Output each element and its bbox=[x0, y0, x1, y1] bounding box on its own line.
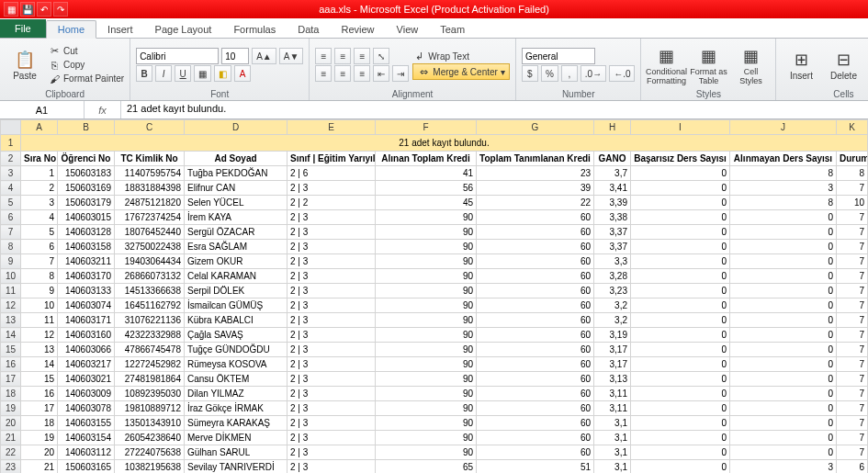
cell[interactable]: 90 bbox=[376, 387, 477, 401]
cell[interactable]: 3,39 bbox=[594, 196, 631, 210]
grid[interactable]: A B C D E F G H I J K 121 adet kayıt bul… bbox=[0, 119, 868, 473]
cell[interactable]: 140603170 bbox=[58, 269, 115, 284]
cell[interactable]: 39 bbox=[477, 181, 594, 196]
col-header[interactable]: D bbox=[185, 120, 287, 135]
tab-file[interactable]: File bbox=[0, 19, 46, 38]
merge-center-button[interactable]: ⇔Merge & Center ▾ bbox=[412, 63, 510, 80]
cell[interactable]: 90 bbox=[376, 284, 477, 298]
cell[interactable]: 7 bbox=[837, 284, 868, 298]
accounting-button[interactable]: $ bbox=[522, 65, 538, 82]
format-as-table-button[interactable]: ▦Format as Table bbox=[689, 40, 727, 89]
merged-title-cell[interactable]: 21 adet kayıt bulundu. bbox=[21, 135, 868, 152]
cell[interactable]: Serpil DÖLEK bbox=[185, 284, 287, 298]
cell[interactable]: İraz Gökçe İRMAK bbox=[185, 401, 287, 416]
row-header[interactable]: 23 bbox=[1, 460, 21, 474]
cell[interactable]: 90 bbox=[376, 313, 477, 328]
cell[interactable]: 140603078 bbox=[58, 401, 115, 416]
cell[interactable]: 10892395030 bbox=[115, 387, 185, 401]
wrap-text-button[interactable]: ↲Wrap Text bbox=[412, 50, 510, 62]
cell[interactable]: 17 bbox=[21, 401, 58, 416]
header-cell[interactable]: Sıra No bbox=[21, 152, 58, 166]
cell[interactable]: 13501343910 bbox=[115, 416, 185, 431]
copy-button[interactable]: ⎘Copy bbox=[48, 59, 124, 72]
cell[interactable]: 7 bbox=[837, 313, 868, 328]
cell[interactable]: 4 bbox=[21, 210, 58, 225]
col-header[interactable]: H bbox=[594, 120, 631, 135]
cell[interactable]: 0 bbox=[631, 328, 730, 343]
table-row[interactable]: 171514060302127481981864Cansu ÖKTEM2 | 3… bbox=[1, 372, 868, 387]
delete-cells-button[interactable]: ⊟Delete bbox=[824, 40, 862, 89]
col-header[interactable]: A bbox=[21, 120, 58, 135]
cell[interactable]: 60 bbox=[477, 401, 594, 416]
cell[interactable]: 60 bbox=[477, 357, 594, 372]
cell[interactable]: 2 | 3 bbox=[287, 210, 376, 225]
comma-button[interactable]: , bbox=[561, 65, 578, 82]
row-header[interactable]: 20 bbox=[1, 416, 21, 431]
table-row[interactable]: 211914060315426054238640Merve DİKMEN2 | … bbox=[1, 431, 868, 445]
cell[interactable]: 0 bbox=[730, 284, 837, 298]
cell[interactable]: 0 bbox=[730, 269, 837, 284]
cell[interactable]: Tuğçe GÜNDOĞDU bbox=[185, 343, 287, 357]
cell[interactable]: 0 bbox=[631, 210, 730, 225]
col-header[interactable]: C bbox=[115, 120, 185, 135]
cell[interactable]: 12 bbox=[21, 328, 58, 343]
cell[interactable]: 2 | 3 bbox=[287, 254, 376, 269]
cell[interactable]: 3,1 bbox=[594, 460, 631, 474]
cell[interactable]: 7 bbox=[21, 254, 58, 269]
cell[interactable]: 2 | 3 bbox=[287, 372, 376, 387]
cell[interactable]: 0 bbox=[730, 254, 837, 269]
cell[interactable]: 0 bbox=[730, 298, 837, 313]
cell[interactable]: 0 bbox=[631, 166, 730, 181]
cell[interactable]: 2 bbox=[21, 181, 58, 196]
tab-home[interactable]: Home bbox=[46, 20, 96, 39]
cell[interactable]: 60 bbox=[477, 387, 594, 401]
cell[interactable]: 2 | 3 bbox=[287, 313, 376, 328]
cell[interactable]: 0 bbox=[631, 225, 730, 240]
cell[interactable]: 0 bbox=[631, 460, 730, 474]
cell[interactable]: 0 bbox=[730, 328, 837, 343]
tab-team[interactable]: Team bbox=[429, 21, 476, 38]
cell[interactable]: 140603128 bbox=[58, 225, 115, 240]
cell[interactable]: 14 bbox=[21, 357, 58, 372]
cell[interactable]: 3,2 bbox=[594, 313, 631, 328]
cell[interactable]: Merve DİKMEN bbox=[185, 431, 287, 445]
decrease-decimal-button[interactable]: ←.0 bbox=[609, 65, 635, 82]
cell[interactable]: 140603021 bbox=[58, 372, 115, 387]
row-header[interactable]: 21 bbox=[1, 431, 21, 445]
cell[interactable]: 3,11 bbox=[594, 387, 631, 401]
cell[interactable]: 150603165 bbox=[58, 460, 115, 474]
formula-input[interactable]: 21 adet kayıt bulundu. bbox=[121, 101, 868, 118]
cell[interactable]: 60 bbox=[477, 343, 594, 357]
cell[interactable]: 13 bbox=[21, 343, 58, 357]
row-header[interactable]: 12 bbox=[1, 298, 21, 313]
col-header[interactable]: K bbox=[837, 120, 868, 135]
cell[interactable]: 24875121820 bbox=[115, 196, 185, 210]
fx-button[interactable]: fx bbox=[85, 101, 121, 118]
cell[interactable]: 0 bbox=[631, 445, 730, 460]
table-row[interactable]: 201814060315513501343910Sümeyra KARAKAŞ2… bbox=[1, 416, 868, 431]
cell[interactable]: 0 bbox=[631, 196, 730, 210]
col-header[interactable]: E bbox=[287, 120, 376, 135]
row-header[interactable]: 14 bbox=[1, 328, 21, 343]
cell[interactable]: 0 bbox=[631, 401, 730, 416]
cell[interactable]: 22 bbox=[477, 196, 594, 210]
cell[interactable]: 17672374254 bbox=[115, 210, 185, 225]
align-right-button[interactable]: ≡ bbox=[354, 65, 370, 82]
cell[interactable]: 7 bbox=[837, 254, 868, 269]
header-cell[interactable]: Öğrenci No bbox=[58, 152, 115, 166]
cell[interactable]: 60 bbox=[477, 416, 594, 431]
cell[interactable]: 140603009 bbox=[58, 387, 115, 401]
cell[interactable]: 8 bbox=[21, 269, 58, 284]
tab-data[interactable]: Data bbox=[287, 21, 330, 38]
col-header[interactable]: G bbox=[477, 120, 594, 135]
cell[interactable]: İsmailcan GÜMÜŞ bbox=[185, 298, 287, 313]
name-box[interactable]: A1 bbox=[0, 101, 85, 118]
cell[interactable]: 2 | 3 bbox=[287, 460, 376, 474]
cell[interactable]: Sümeyra KARAKAŞ bbox=[185, 416, 287, 431]
cell[interactable]: 2 | 3 bbox=[287, 401, 376, 416]
table-row[interactable]: 161414060321712272452982Rümeysa KOSOVA2 … bbox=[1, 357, 868, 372]
cell[interactable]: 0 bbox=[631, 284, 730, 298]
bold-button[interactable]: B bbox=[136, 65, 152, 82]
cell[interactable]: 7 bbox=[837, 210, 868, 225]
cell[interactable]: 27224075638 bbox=[115, 445, 185, 460]
